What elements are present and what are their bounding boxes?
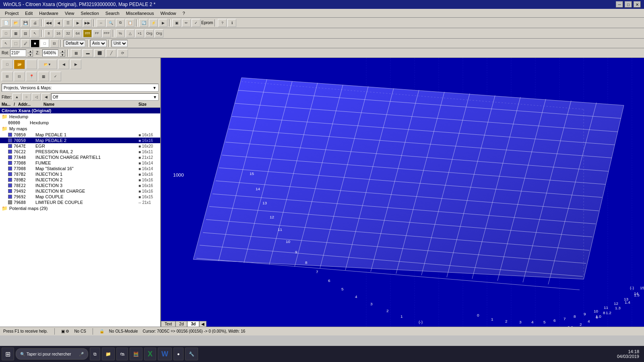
marker-btn[interactable]: 📍 <box>26 72 37 81</box>
row-79492[interactable]: 79492 INJECTION MI CHARGE ■ 16x16 <box>0 188 160 194</box>
check-btn[interactable]: ✓ <box>50 72 61 81</box>
delta-btn[interactable]: △ <box>126 29 134 37</box>
help-btn[interactable]: ? <box>218 19 227 27</box>
menu-search[interactable]: Search <box>102 10 123 16</box>
folder-mymaps[interactable]: 📁 My maps <box>0 125 160 132</box>
projects-combo[interactable]: Projects, Versions & Maps: ▼ <box>2 84 159 92</box>
view32-btn[interactable]: 32 <box>64 29 72 37</box>
excel-btn[interactable]: X <box>144 348 156 360</box>
fwd-btn[interactable]: ▶▶ <box>83 19 92 27</box>
winols-btn[interactable]: 🔧 <box>185 348 198 360</box>
menu-view[interactable]: View <box>62 10 78 16</box>
tab-text[interactable]: Text <box>161 321 175 327</box>
menu-window[interactable]: Window <box>157 10 179 16</box>
view355-btn[interactable]: 355 <box>83 29 92 37</box>
open-eprom-btn[interactable]: 📂▼ <box>38 60 57 69</box>
row-76C22[interactable]: 76C22 PRESSION RAIL 2 ■ 16x11 <box>0 149 160 154</box>
axis-select[interactable]: Axis <box>90 40 107 47</box>
calc-taskbtn[interactable]: 🧮 <box>130 348 142 360</box>
open-btn[interactable]: 📂 <box>11 19 20 27</box>
arrow-btn[interactable]: ↖ <box>31 29 39 37</box>
org2-btn[interactable]: Org <box>155 29 163 37</box>
comp-btn[interactable]: ⊞ <box>2 72 13 81</box>
prev-btn[interactable]: ◀ <box>54 19 63 27</box>
split-btn[interactable]: ⊟ <box>50 39 59 47</box>
row-77D08-fumee[interactable]: 77D08 FUMEE ■ 16x14 <box>0 160 160 166</box>
rot-up[interactable]: ▲ <box>27 49 33 53</box>
word-btn[interactable]: W <box>158 348 172 360</box>
chrome-btn[interactable]: ● <box>173 348 184 360</box>
bar-view-btn[interactable]: ▬ <box>83 49 93 57</box>
filter-btn2[interactable]: ▦ <box>38 72 49 81</box>
copy-btn[interactable]: ⧉ <box>116 19 125 27</box>
row-787B2[interactable]: 787B2 INJECTION 1 ■ 16x16 <box>0 171 160 177</box>
start-button[interactable]: ⊞ <box>2 348 14 360</box>
eprom-icon[interactable]: ▣ <box>172 19 181 27</box>
x1-btn[interactable]: ×1 <box>135 29 144 37</box>
tab-3d[interactable]: 3d <box>187 321 199 327</box>
paste-btn[interactable]: 📋 <box>126 19 134 27</box>
list-btn[interactable]: ☰ <box>64 19 72 27</box>
save-btn[interactable]: 💾 <box>21 19 30 27</box>
rot-down[interactable]: ▼ <box>27 53 33 57</box>
bg-btn[interactable]: □ <box>40 39 49 47</box>
tab-scroll-arrow[interactable]: ◀ <box>199 321 206 327</box>
zoom-input[interactable] <box>42 49 58 57</box>
zoom-btn[interactable]: 🔍 <box>106 19 115 27</box>
menu-miscellaneous[interactable]: Miscellaneous <box>123 10 157 16</box>
lasso-btn[interactable]: ⬚ <box>11 39 20 47</box>
next-btn[interactable]: ▶ <box>73 19 82 27</box>
explorer-btn[interactable]: 📁 <box>102 348 115 360</box>
save-proj-btn[interactable] <box>26 60 37 69</box>
prev-map-btn[interactable]: ◀ <box>58 60 69 69</box>
cursor-mode-btn[interactable]: ↖ <box>2 39 10 47</box>
line-view-btn[interactable]: ╱ <box>106 49 116 57</box>
brush-btn[interactable]: 🖊 <box>21 39 30 47</box>
new-proj-btn[interactable]: □ <box>2 60 13 69</box>
exp-btn[interactable]: ⊟ <box>14 72 25 81</box>
open-file-btn[interactable]: 📂 <box>14 60 25 69</box>
back-btn[interactable]: ◀◀ <box>44 19 53 27</box>
run-btn[interactable]: ▶ <box>159 19 167 27</box>
3d-view[interactable]: 1000 0 1 2 3 4 5 6 7 8 9 10 11 12 13 14 … <box>161 58 644 327</box>
info-btn[interactable]: ℹ <box>227 19 236 27</box>
select-col-btn[interactable]: ▦ <box>11 29 20 37</box>
folder-hexdump[interactable]: 📁 Hexdump <box>0 113 160 120</box>
filter-icon2[interactable]: ○ <box>22 93 31 101</box>
row-hexdump[interactable]: 00000 Hexdump <box>0 120 160 125</box>
print-btn[interactable]: 🖨 <box>31 19 39 27</box>
menu-hardware[interactable]: Hardware <box>36 10 62 16</box>
zoom-up[interactable]: ▲ <box>60 49 65 53</box>
viewff-btn[interactable]: FF <box>93 29 101 37</box>
act-btn[interactable]: ⚡ <box>149 19 158 27</box>
rot-input[interactable] <box>10 49 26 57</box>
menu-help[interactable]: ? <box>180 10 188 16</box>
cursor-btn[interactable]: ↔ <box>97 19 105 27</box>
filter-icon1[interactable]: ▲ <box>12 93 21 101</box>
menu-project[interactable]: Project <box>2 10 22 16</box>
zoom-down[interactable]: ▼ <box>60 53 65 57</box>
select-all-btn[interactable]: □ <box>2 29 10 37</box>
view64-btn[interactable]: 64 <box>73 29 82 37</box>
pct-btn[interactable]: % <box>116 29 125 37</box>
filter-icon3[interactable]: ◁ <box>32 93 41 101</box>
tab-2d[interactable]: 2d <box>175 321 187 327</box>
color-btn[interactable]: ■ <box>31 39 39 47</box>
row-78E22[interactable]: 78E22 INJECTION 3 ■ 16x16 <box>0 183 160 188</box>
reset-view-btn[interactable]: ⟳ <box>118 49 128 57</box>
row-789B2[interactable]: 789B2 INJECTION 2 ■ 16x16 <box>0 177 160 183</box>
view16-btn[interactable]: 16 <box>54 29 63 37</box>
restore-button[interactable]: □ <box>625 1 632 8</box>
menu-edit[interactable]: Edit <box>22 10 36 16</box>
filter-value-combo[interactable]: Off ▼ <box>51 93 159 101</box>
folder-potential[interactable]: 📁 Potential maps (29) <box>0 205 160 212</box>
viewfff-btn[interactable]: FFF <box>102 29 111 37</box>
minimize-button[interactable]: ─ <box>616 1 623 8</box>
close-button[interactable]: ✕ <box>634 1 641 8</box>
row-77A48[interactable]: 77A48 INJECTION CHARGE PARTIEL1 ■ 21x12 <box>0 154 160 160</box>
view-select[interactable]: Default <box>64 40 85 47</box>
surface-view-btn[interactable]: ⬛ <box>94 49 105 57</box>
row-7647E[interactable]: 7647E EGR ■ 16x20 <box>0 143 160 149</box>
row-70B50[interactable]: 70B50 Map PEDALE 1 ■ 16x16 <box>0 132 160 138</box>
row-79692[interactable]: 79692 Map COUPLE ■ 16x15 <box>0 194 160 200</box>
